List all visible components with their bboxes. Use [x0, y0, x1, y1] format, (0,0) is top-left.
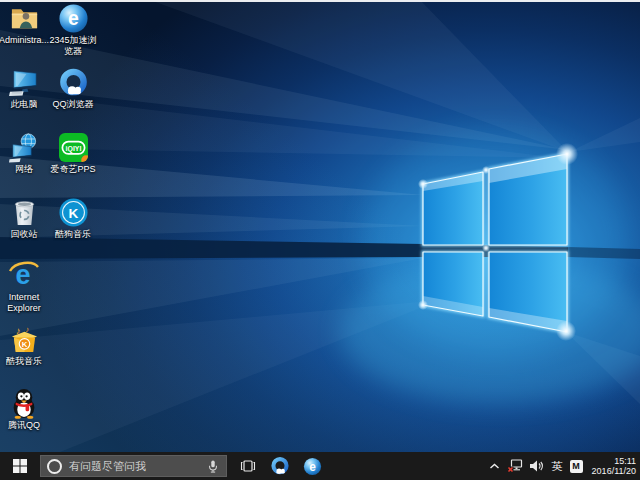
- desktop-icon-label: Administra...: [0, 35, 49, 46]
- user-folder-icon: [8, 2, 40, 34]
- search-placeholder-text: 有问题尽管问我: [69, 459, 203, 474]
- recycle-bin-icon: [8, 196, 40, 228]
- desktop-icon-grid: Administra... 此电脑: [0, 0, 640, 480]
- svg-text:K: K: [21, 339, 27, 348]
- network-status-icon[interactable]: [507, 459, 523, 473]
- desktop-icon-label: 酷狗音乐: [48, 229, 98, 240]
- task-view-button[interactable]: [233, 452, 263, 480]
- search-box[interactable]: 有问题尽管问我: [40, 455, 227, 477]
- ime-mode-icon[interactable]: M: [570, 460, 583, 473]
- ie-icon: e: [8, 259, 40, 291]
- qq-browser-icon: [270, 456, 290, 476]
- language-indicator[interactable]: 英: [552, 459, 563, 474]
- clock-time: 15:11: [614, 456, 636, 466]
- cortana-icon: [47, 459, 62, 474]
- taskbar-qq-browser[interactable]: [263, 452, 296, 480]
- microphone-icon[interactable]: [207, 459, 219, 474]
- desktop-icon-label: 回收站: [0, 229, 49, 240]
- desktop-icon-recycle-bin[interactable]: 回收站: [0, 196, 49, 240]
- network-globe-icon: [8, 131, 40, 163]
- svg-text:e: e: [309, 459, 316, 473]
- desktop-icon-this-pc[interactable]: 此电脑: [0, 66, 49, 110]
- taskbar: 有问题尽管问我: [0, 452, 640, 480]
- desktop-icon-label: 爱奇艺PPS: [48, 164, 98, 175]
- desktop-icon-label: 2345加速浏览器: [48, 35, 98, 56]
- task-view-icon: [240, 459, 256, 473]
- system-tray: 英 M 15:11 2016/11/20: [489, 456, 640, 476]
- desktop-icon-label: Internet Explorer: [0, 292, 49, 313]
- windows-desktop: Administra... 此电脑: [0, 0, 640, 480]
- computer-icon: [8, 66, 40, 98]
- windows-logo-icon: [13, 459, 27, 473]
- kugou-icon: K: [57, 196, 89, 228]
- desktop-icon-kugou-music[interactable]: K 酷狗音乐: [48, 196, 98, 240]
- desktop-icon-label: 腾讯QQ: [0, 420, 49, 431]
- clock-date: 2016/11/20: [592, 466, 636, 476]
- kuwo-music-icon: ♪ ♪ K: [8, 323, 40, 355]
- hidden-icons-chevron[interactable]: [489, 463, 500, 470]
- taskbar-clock[interactable]: 15:11 2016/11/20: [590, 456, 636, 476]
- desktop-icon-tencent-qq[interactable]: 腾讯QQ: [0, 387, 49, 431]
- desktop-icon-label: QQ浏览器: [48, 99, 98, 110]
- start-button[interactable]: [0, 452, 40, 480]
- svg-text:iQIYI: iQIYI: [65, 144, 81, 152]
- desktop-icon-label: 酷我音乐: [0, 356, 49, 367]
- iqiyi-icon: iQIYI: [57, 131, 89, 163]
- qq-penguin-icon: [8, 387, 40, 419]
- taskbar-2345-browser[interactable]: e: [296, 452, 329, 480]
- 2345-browser-icon: e: [303, 457, 322, 476]
- volume-icon[interactable]: [530, 460, 545, 472]
- svg-text:K: K: [68, 205, 78, 220]
- desktop-icon-iqiyi-pps[interactable]: iQIYI 爱奇艺PPS: [48, 131, 98, 175]
- svg-text:e: e: [68, 7, 79, 29]
- qq-browser-icon: [57, 66, 89, 98]
- desktop-icon-network[interactable]: 网络: [0, 131, 49, 175]
- desktop-icon-2345-browser[interactable]: e 2345加速浏览器: [48, 2, 98, 56]
- desktop-icon-label: 此电脑: [0, 99, 49, 110]
- desktop-icon-internet-explorer[interactable]: e Internet Explorer: [0, 259, 49, 313]
- desktop-icon-kuwo-music[interactable]: ♪ ♪ K 酷我音乐: [0, 323, 49, 367]
- screen-top-edge: [0, 0, 640, 2]
- 2345-browser-icon: e: [57, 2, 89, 34]
- desktop-icon-label: 网络: [0, 164, 49, 175]
- desktop-icon-qq-browser[interactable]: QQ浏览器: [48, 66, 98, 110]
- desktop-icon-administrator[interactable]: Administra...: [0, 2, 49, 46]
